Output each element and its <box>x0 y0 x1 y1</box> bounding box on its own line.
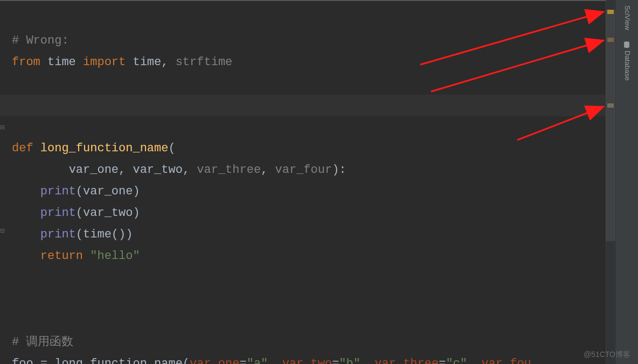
tool-window-database[interactable]: Database <box>616 36 638 86</box>
equals: = <box>439 357 446 364</box>
indent <box>12 185 40 198</box>
paren: ( <box>76 228 83 241</box>
string-literal: "a" <box>247 357 268 364</box>
indent <box>12 249 40 263</box>
kw-import: import <box>83 55 126 69</box>
indent <box>12 163 69 177</box>
blank-line <box>12 73 606 95</box>
comma: , <box>360 357 375 364</box>
code-comment: # 调用函数 <box>12 335 73 349</box>
call-func: long_function_name <box>54 357 183 364</box>
string-literal: "hello" <box>90 249 140 263</box>
kwarg-name: var_three <box>375 357 439 364</box>
right-tool-strip: SciView Database <box>615 0 638 364</box>
kw-from: from <box>12 55 40 69</box>
paren: ( <box>168 142 175 155</box>
module-name: time <box>47 55 76 69</box>
paren: ( <box>76 206 83 220</box>
paren: ) <box>133 206 140 220</box>
param: var_one <box>69 163 119 177</box>
database-label: Database <box>623 51 632 81</box>
builtin-print: print <box>40 185 76 198</box>
string-literal: "b" <box>339 357 360 364</box>
database-icon <box>623 41 631 48</box>
kwarg-name: var_one <box>190 357 239 364</box>
code-content: # Wrong: from time import time, strftime… <box>0 1 606 364</box>
blank-line <box>12 289 606 310</box>
kwarg-name: var_fou <box>481 357 531 364</box>
svg-point-0 <box>624 41 629 44</box>
builtin-print: print <box>40 206 76 220</box>
comma: , <box>183 163 197 177</box>
paren: ( <box>76 185 83 198</box>
watermark-text: @51CTO博客 <box>584 350 630 360</box>
space <box>83 249 90 263</box>
paren: ( <box>183 357 190 364</box>
param: var_two <box>133 163 182 177</box>
fold-handle-icon[interactable]: ⊟ <box>0 227 8 235</box>
indent <box>12 206 40 220</box>
import-name-unused: strftime <box>176 55 233 69</box>
tool-window-sciview[interactable]: SciView <box>616 0 638 36</box>
paren: ) <box>126 228 133 241</box>
sciview-label: SciView <box>623 5 632 30</box>
current-line-highlight <box>0 95 606 116</box>
paren: ) <box>133 185 140 198</box>
var-name: foo <box>12 357 40 364</box>
comma: , <box>161 55 175 69</box>
code-editor[interactable]: # Wrong: from time import time, strftime… <box>0 0 606 364</box>
comma: , <box>268 357 282 364</box>
function-name: long_function_name <box>40 142 169 155</box>
scrollbar-thumb[interactable] <box>606 10 615 241</box>
param-unused: var_three <box>197 163 261 177</box>
comma: , <box>261 163 275 177</box>
call-name: time <box>83 228 112 241</box>
indent <box>12 228 40 241</box>
kw-def: def <box>12 142 33 155</box>
arg: var_one <box>83 185 133 198</box>
string-literal: "c" <box>446 357 467 364</box>
parens: () <box>112 228 126 241</box>
code-comment: # Wrong: <box>12 34 69 47</box>
blank-line <box>12 267 606 289</box>
kwarg-name: var_two <box>282 357 332 364</box>
equals: = <box>239 357 246 364</box>
import-name: time <box>133 55 161 69</box>
kw-return: return <box>40 249 83 263</box>
param-unused: var_four <box>275 163 332 177</box>
equals: = <box>40 357 54 364</box>
equals: = <box>332 357 339 364</box>
comma: , <box>467 357 481 364</box>
comma: , <box>119 163 133 177</box>
paren-colon: ): <box>332 163 346 177</box>
fold-handle-icon[interactable]: ⊟ <box>0 124 8 131</box>
arg: var_two <box>83 206 133 220</box>
builtin-print: print <box>40 228 76 241</box>
